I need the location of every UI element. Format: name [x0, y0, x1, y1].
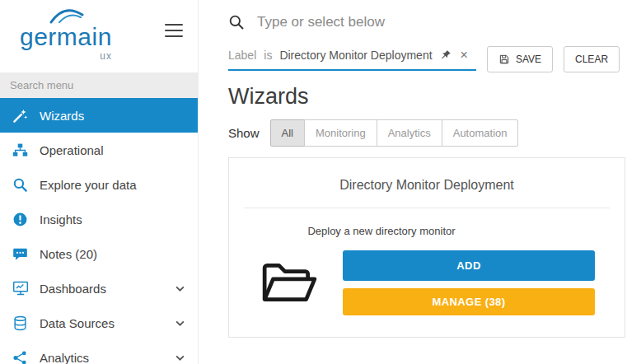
close-icon[interactable]: × [459, 49, 470, 62]
search-icon [12, 176, 29, 194]
sidebar-search-input[interactable] [0, 72, 198, 98]
sidebar-item-label: Explore your data [40, 178, 137, 192]
speech-bubble-icon [12, 245, 29, 263]
filter-row: Label is Directory Monitor Deployment × … [228, 46, 627, 72]
save-floppy-icon [498, 54, 510, 65]
sidebar: germain ux Wizards Operational Explore y… [0, 0, 199, 364]
search-icon [228, 14, 245, 30]
tab-automation[interactable]: Automation [442, 119, 519, 147]
sidebar-item-label: Notes (20) [40, 247, 97, 261]
save-button-label: SAVE [516, 54, 541, 65]
filter-value: Directory Monitor Deployment [279, 49, 432, 62]
tab-analytics[interactable]: Analytics [377, 119, 442, 147]
card-description: Deploy a new directory monitor [244, 225, 519, 237]
pin-icon[interactable] [440, 49, 452, 61]
sidebar-item-label: Analytics [40, 351, 89, 364]
sidebar-item-label: Operational [40, 143, 104, 157]
wizard-card: Directory Monitor Deployment Deploy a ne… [228, 157, 625, 338]
clear-button-label: CLEAR [575, 54, 608, 65]
show-label: Show [228, 126, 260, 140]
sidebar-item-dashboards[interactable]: Dashboards [0, 271, 198, 306]
monitor-chart-icon [12, 280, 29, 297]
page-title: Wizards [228, 84, 627, 110]
chevron-down-icon [175, 355, 185, 361]
network-nodes-icon [12, 349, 29, 364]
card-divider [244, 208, 610, 208]
sidebar-item-wizards[interactable]: Wizards [0, 98, 198, 133]
sidebar-item-explore-your-data[interactable]: Explore your data [0, 167, 198, 202]
top-search-bar [216, 0, 627, 44]
database-icon [12, 315, 29, 332]
logo-row: germain ux [0, 0, 198, 72]
filter-operator: is [264, 49, 272, 62]
sitemap-icon [12, 142, 29, 159]
sidebar-item-label: Data Sources [40, 316, 115, 330]
brand-subtitle: ux [20, 50, 112, 62]
tab-all[interactable]: All [270, 119, 305, 147]
hamburger-menu-icon[interactable] [165, 20, 183, 41]
chevron-down-icon [175, 286, 185, 292]
category-tabs: All Monitoring Analytics Automation [270, 119, 519, 147]
add-button[interactable]: ADD [343, 250, 595, 281]
alert-circle-icon [12, 211, 29, 228]
filter-chip-label[interactable]: Label is Directory Monitor Deployment × [228, 46, 476, 71]
card-body: ADD MANAGE (38) [244, 250, 610, 315]
save-button[interactable]: SAVE [487, 46, 553, 72]
sidebar-item-data-sources[interactable]: Data Sources [0, 306, 198, 340]
filter-field: Label [228, 49, 256, 62]
sidebar-item-operational[interactable]: Operational [0, 133, 198, 167]
sidebar-item-analytics[interactable]: Analytics [0, 340, 198, 364]
sidebar-item-notes[interactable]: Notes (20) [0, 236, 198, 271]
sidebar-item-label: Wizards [40, 109, 84, 123]
sidebar-item-label: Insights [40, 212, 82, 226]
open-folder-icon [260, 260, 318, 306]
card-actions: ADD MANAGE (38) [343, 250, 595, 315]
brand-name: germain [20, 25, 112, 49]
tab-monitoring[interactable]: Monitoring [304, 119, 377, 147]
show-filter-row: Show All Monitoring Analytics Automation [228, 119, 627, 147]
sidebar-item-label: Dashboards [40, 282, 106, 296]
card-title: Directory Monitor Deployment [244, 173, 610, 208]
germain-ux-logo[interactable]: germain ux [20, 8, 112, 62]
sidebar-nav: Wizards Operational Explore your data In… [0, 98, 198, 364]
manage-button[interactable]: MANAGE (38) [343, 288, 595, 315]
magic-wand-icon [12, 107, 29, 124]
top-search-input[interactable] [257, 14, 619, 30]
main-content: Label is Directory Monitor Deployment × … [199, 0, 627, 364]
clear-button[interactable]: CLEAR [564, 46, 620, 72]
chevron-down-icon [175, 320, 185, 326]
sidebar-item-insights[interactable]: Insights [0, 202, 198, 236]
logo-swoosh-icon [48, 8, 86, 25]
